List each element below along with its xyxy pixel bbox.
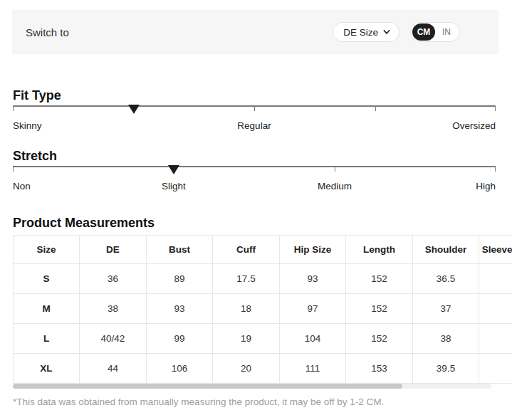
cell-length: 152: [346, 324, 413, 354]
cell-length: 152: [346, 264, 413, 294]
col-header-sleeve: Sleeve Length: [479, 236, 512, 264]
cell-size: XL: [14, 354, 80, 384]
col-header-de: DE: [80, 236, 147, 264]
fit-type-scale: [13, 105, 496, 118]
unit-option-in[interactable]: IN: [435, 27, 458, 37]
col-header-shoulder: Shoulder: [413, 236, 479, 264]
switch-bar: Switch to DE Size CM IN: [12, 10, 498, 54]
cell-length: 152: [346, 294, 413, 324]
size-standard-value: DE Size: [343, 27, 378, 38]
fit-tick-100: [495, 105, 496, 111]
cell-size: S: [14, 264, 80, 294]
stretch-label-medium: Medium: [318, 181, 352, 191]
cell-size: M: [14, 294, 80, 324]
table-row-l: L 40/42 99 19 104 152 38: [14, 324, 512, 354]
chevron-down-icon: [383, 28, 390, 36]
cell-shoulder: 36.5: [413, 264, 479, 294]
stretch-tick-100: [495, 166, 496, 172]
product-measurements-title: Product Measurements: [13, 214, 155, 231]
cell-hip: 97: [280, 294, 346, 324]
cell-hip: 111: [280, 354, 346, 384]
unit-toggle: CM IN: [410, 22, 460, 42]
col-header-cuff: Cuff: [213, 236, 280, 264]
switch-controls: DE Size CM IN: [333, 22, 460, 42]
cell-shoulder: 38: [413, 324, 479, 354]
cell-hip: 93: [280, 264, 346, 294]
stretch-scale: [13, 166, 496, 179]
fit-type-title: Fit Type: [13, 87, 61, 104]
fit-label-skinny: Skinny: [13, 120, 42, 131]
unit-option-cm[interactable]: CM: [412, 23, 435, 41]
cell-cuff: 19: [213, 324, 280, 354]
cell-cuff: 18: [213, 294, 280, 324]
cell-sleeve: [479, 354, 512, 384]
fit-type-labels: Skinny Regular Oversized: [13, 120, 496, 132]
cell-bust: 106: [147, 354, 213, 384]
stretch-label-slight: Slight: [162, 181, 186, 191]
cell-bust: 89: [147, 264, 213, 294]
cell-shoulder: 39.5: [413, 354, 479, 384]
col-header-bust: Bust: [147, 236, 213, 264]
cell-bust: 99: [147, 324, 213, 354]
fit-type-marker-icon: [128, 105, 140, 114]
cell-cuff: 20: [213, 354, 280, 384]
cell-sleeve: [479, 324, 512, 354]
switch-to-label: Switch to: [26, 26, 69, 38]
table-header-row: Size DE Bust Cuff Hip Size Length Should…: [14, 236, 512, 264]
stretch-label-high: High: [476, 181, 496, 191]
fit-tick-75: [375, 105, 376, 111]
fit-tick-50: [254, 105, 255, 111]
stretch-label-non: Non: [13, 181, 31, 191]
cell-hip: 104: [280, 324, 346, 354]
stretch-marker-icon: [168, 165, 179, 174]
col-header-hip-size: Hip Size: [280, 236, 346, 264]
cell-de: 40/42: [80, 324, 147, 354]
cell-length: 153: [346, 354, 413, 384]
cell-de: 38: [80, 294, 147, 324]
cell-sleeve: [479, 264, 512, 294]
cell-size: L: [14, 324, 80, 354]
table-row-m: M 38 93 18 97 152 37: [14, 294, 512, 324]
cell-de: 44: [80, 354, 147, 384]
cell-de: 36: [80, 264, 147, 294]
fit-label-regular: Regular: [237, 120, 271, 131]
col-header-length: Length: [346, 236, 413, 264]
stretch-title: Stretch: [13, 147, 57, 164]
stretch-tick-0: [13, 166, 14, 172]
table-horizontal-scrollbar: [13, 384, 491, 389]
cell-cuff: 17.5: [213, 264, 280, 294]
table-row-xl: XL 44 106 20 111 153 39.5: [14, 354, 512, 384]
stretch-scale-line: [13, 166, 496, 167]
cell-bust: 93: [147, 294, 213, 324]
col-header-size: Size: [14, 236, 80, 264]
measurement-footnote: *This data was obtained from manually me…: [13, 397, 384, 407]
cell-shoulder: 37: [413, 294, 479, 324]
measurements-table: Size DE Bust Cuff Hip Size Length Should…: [13, 235, 512, 384]
cell-sleeve: [479, 294, 512, 324]
size-standard-dropdown[interactable]: DE Size: [333, 22, 399, 42]
scrollbar-thumb[interactable]: [13, 384, 402, 389]
fit-label-oversized: Oversized: [452, 120, 496, 131]
table-row-s: S 36 89 17.5 93 152 36.5: [14, 264, 512, 294]
stretch-tick-67: [335, 166, 335, 172]
fit-tick-0: [13, 105, 14, 111]
stretch-labels: Non Slight Medium High: [13, 181, 496, 192]
